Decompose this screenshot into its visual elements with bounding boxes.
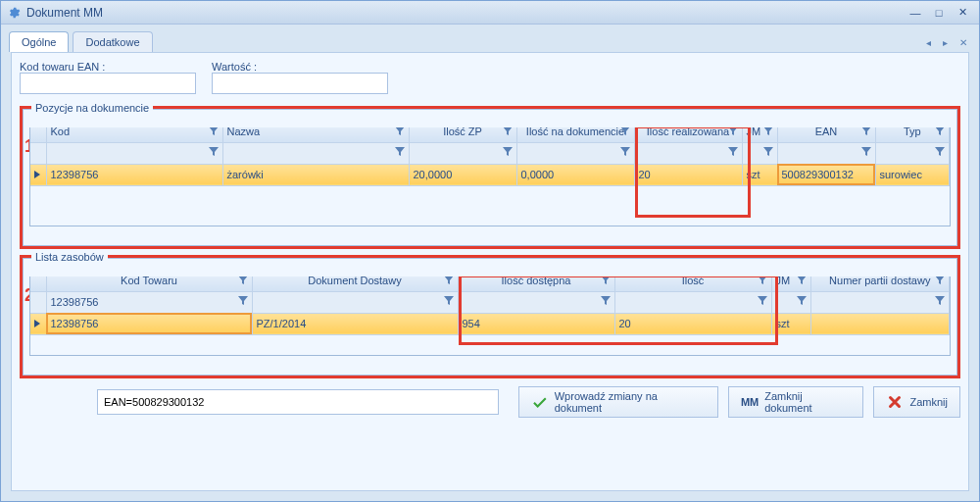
cell-ilosc-zp: 20,0000 [409,164,516,185]
col-ilosc-dostepna[interactable]: Ilość dostępna [458,276,614,291]
col-typ[interactable]: Typ [875,127,950,142]
col-ilosc[interactable]: Ilość [614,276,771,291]
cell-jm: szt [742,164,777,185]
grid2-filter-row[interactable]: 12398756 [30,291,950,313]
col-ilosc-real[interactable]: Ilość realizowana [634,127,742,142]
col-ilosc-zp[interactable]: Ilość ZP [409,127,516,142]
window-title: Dokument MM [26,6,103,20]
grid1-filter-row[interactable] [30,142,950,164]
col-jm[interactable]: JM [742,127,777,142]
check-icon [531,393,549,411]
close-window-button[interactable]: ✕ [952,5,973,21]
col-jm2[interactable]: JM [771,276,810,291]
cell-ilosc-real: 20 [634,164,742,185]
gear-icon [7,6,21,20]
col-kod[interactable]: Kod [46,127,222,142]
content-area: Kod towaru EAN : Wartość : Pozycje na do… [11,52,969,491]
maximize-button[interactable]: □ [928,5,950,21]
grid2-row[interactable]: 12398756 PZ/1/2014 954 20 szt [30,313,950,334]
row-indicator-icon [34,320,40,327]
tab-dodatkowe[interactable]: Dodatkowe [73,31,152,52]
tab-close-icon[interactable]: ✕ [956,37,971,48]
close-document-button[interactable]: MM Zamknij dokument [728,386,864,418]
col-partia[interactable]: Numer partii dostawy [810,276,950,291]
col-nazwa[interactable]: Nazwa [222,127,409,142]
tab-nav-prev-icon[interactable]: ◂ [922,37,935,48]
cell-nazwa: żarówki [222,164,409,185]
app-window: Dokument MM — □ ✕ Ogólne Dodatkowe ◂ ▸ ✕… [0,0,980,502]
close-button[interactable]: Zamknij [873,386,960,418]
grid1-row[interactable]: 12398756 żarówki 20,0000 0,0000 20 szt 5… [30,164,950,185]
cell-kod: 12398756 [46,164,222,185]
panel-pozycje: Pozycje na dokumencie 1 Kod [20,106,960,249]
panel1-legend: Pozycje na dokumencie [31,102,153,114]
mm-badge-icon: MM [741,396,759,408]
ean-input[interactable] [20,73,196,94]
cell-ilosc-dok: 0,0000 [516,164,634,185]
apply-button[interactable]: Wprowadź zmiany na dokument [518,386,718,418]
footer-ean-input[interactable] [97,389,499,415]
grid-pozycje: Kod Nazwa Ilość ZP Ilość na dokumencie I… [29,127,951,226]
panel2-legend: Lista zasobów [31,251,108,263]
footer: Wprowadź zmiany na dokument MM Zamknij d… [20,378,960,418]
wartosc-input[interactable] [212,73,388,94]
row-indicator-icon [34,171,40,178]
col-kod-towaru[interactable]: Kod Towaru [46,276,252,291]
cell-typ: surowiec [875,164,950,185]
cell2-dostepna: 954 [458,313,614,334]
col-ean[interactable]: EAN [777,127,875,142]
cell-ean: 500829300132 [777,164,875,185]
cell2-dokument: PZ/1/2014 [252,313,458,334]
tabstrip: Ogólne Dodatkowe ◂ ▸ ✕ [1,25,979,52]
wartosc-label: Wartość : [212,61,388,73]
cell2-kod: 12398756 [46,313,252,334]
cell2-partia [810,313,950,334]
panel-zasoby: Lista zasobów 2 Kod Towaru Doku [20,255,960,378]
close-icon [886,393,904,411]
grid-zasoby: Kod Towaru Dokument Dostawy Ilość dostęp… [29,276,951,356]
cell2-jm: szt [771,313,810,334]
cell2-ilosc: 20 [614,313,771,334]
tab-ogolne[interactable]: Ogólne [9,31,69,52]
filter-icon[interactable] [209,127,219,136]
col-dokument-dostawy[interactable]: Dokument Dostawy [252,276,458,291]
ean-label: Kod towaru EAN : [20,61,196,73]
titlebar: Dokument MM — □ ✕ [1,1,979,25]
minimize-button[interactable]: — [905,5,926,21]
tab-nav-next-icon[interactable]: ▸ [939,37,952,48]
col-ilosc-dok[interactable]: Ilość na dokumencie [516,127,634,142]
filters-row: Kod towaru EAN : Wartość : [20,61,960,100]
